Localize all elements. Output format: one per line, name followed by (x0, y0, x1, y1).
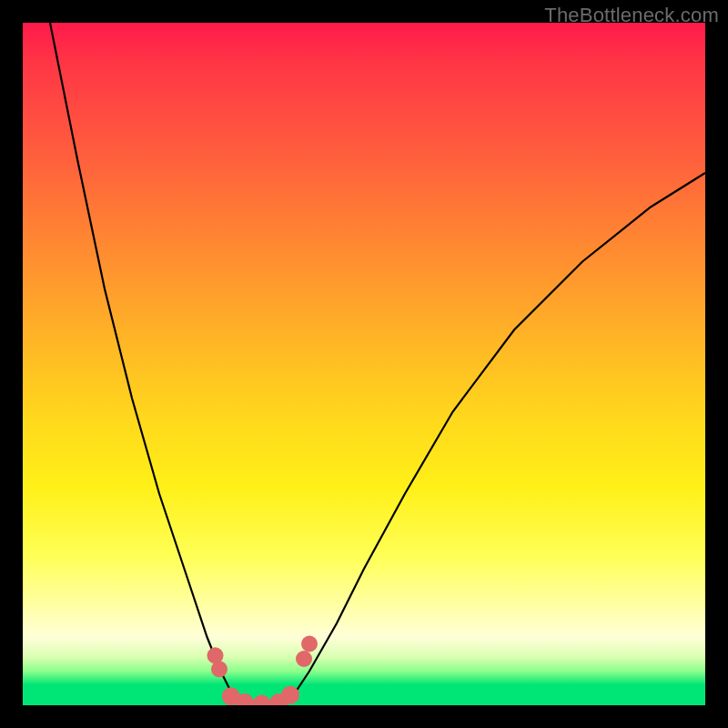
curve-right-branch (282, 173, 705, 705)
curve-layer (23, 23, 705, 705)
bead-right-1 (301, 636, 318, 652)
bead-right-0 (296, 651, 312, 667)
bead-left-1 (211, 661, 228, 677)
plot-area (23, 23, 705, 705)
bead-bottom-2 (253, 695, 271, 706)
beads-group (207, 636, 318, 706)
bottleneck-curve (50, 23, 705, 705)
curve-left-branch (50, 23, 241, 705)
bead-bottom-4 (281, 686, 299, 704)
chart-frame: TheBottleneck.com (0, 0, 728, 728)
